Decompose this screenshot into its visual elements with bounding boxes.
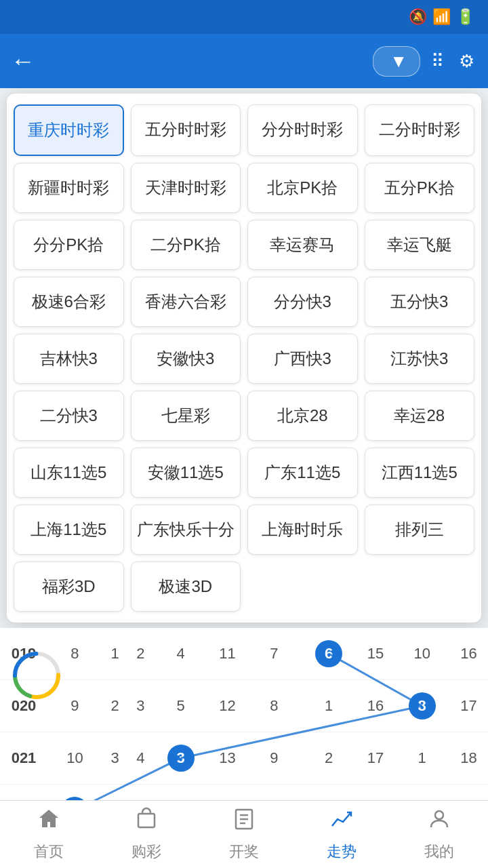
lottery-item-30[interactable]: 广东快乐十分 bbox=[131, 505, 241, 555]
helper-button[interactable]: ⚙ bbox=[459, 51, 477, 72]
nav-label-home: 首页 bbox=[34, 842, 64, 862]
cell-0-1: 1 bbox=[102, 628, 128, 680]
cell-2-0: 10 bbox=[47, 732, 102, 785]
lottery-item-7[interactable]: 北京PK拾 bbox=[247, 163, 358, 213]
lottery-selection-panel: 重庆时时彩五分时时彩分分时时彩二分时时彩新疆时时彩天津时时彩北京PK拾五分PK拾… bbox=[7, 94, 481, 623]
status-bar: 🔕 📶 🔋 bbox=[0, 0, 488, 34]
lottery-item-33[interactable]: 福彩3D bbox=[14, 561, 124, 612]
cell-0-2: 2 bbox=[128, 628, 154, 680]
cell-0-4: 11 bbox=[208, 628, 247, 680]
cell-0-9: 16 bbox=[449, 628, 488, 680]
back-button[interactable]: ← bbox=[11, 47, 35, 75]
nav-label-result: 开奖 bbox=[229, 842, 259, 862]
cell-1-7: 16 bbox=[357, 680, 395, 732]
lottery-item-13[interactable]: 极速6合彩 bbox=[14, 277, 124, 327]
highlighted-number: 3 bbox=[167, 745, 195, 772]
cell-2-1: 3 bbox=[102, 732, 128, 785]
cell-2-3: 3 bbox=[153, 732, 208, 785]
table-row: 02110343139217118 bbox=[0, 732, 488, 785]
lottery-item-29[interactable]: 上海11选5 bbox=[14, 505, 124, 555]
lottery-item-16[interactable]: 五分快3 bbox=[365, 277, 475, 327]
cell-1-9: 17 bbox=[449, 680, 488, 732]
lottery-item-8[interactable]: 五分PK拾 bbox=[365, 163, 475, 213]
cell-0-3: 4 bbox=[153, 628, 208, 680]
lottery-item-12[interactable]: 幸运飞艇 bbox=[365, 220, 475, 270]
lottery-item-14[interactable]: 香港六合彩 bbox=[131, 277, 241, 327]
lottery-item-2[interactable]: 五分时时彩 bbox=[131, 104, 241, 156]
lottery-item-27[interactable]: 广东11选5 bbox=[247, 448, 358, 498]
lottery-item-19[interactable]: 广西快3 bbox=[247, 334, 358, 384]
lottery-item-4[interactable]: 二分时时彩 bbox=[365, 104, 475, 156]
nav-item-result[interactable]: 开奖 bbox=[195, 801, 293, 868]
lottery-item-1[interactable]: 重庆时时彩 bbox=[14, 104, 124, 156]
nav-label-mine: 我的 bbox=[424, 842, 454, 862]
cell-0-5: 7 bbox=[247, 628, 302, 680]
lottery-item-10[interactable]: 二分PK拾 bbox=[131, 220, 241, 270]
lottery-item-17[interactable]: 吉林快3 bbox=[14, 334, 124, 384]
cell-2-6: 2 bbox=[302, 732, 357, 785]
status-icons: 🔕 📶 🔋 bbox=[409, 8, 474, 26]
lottery-grid: 重庆时时彩五分时时彩分分时时彩二分时时彩新疆时时彩天津时时彩北京PK拾五分PK拾… bbox=[14, 104, 474, 612]
battery-icon: 🔋 bbox=[456, 8, 474, 26]
nav-label-trend: 走势 bbox=[327, 842, 357, 862]
grid-icon: ⠿ bbox=[431, 51, 444, 72]
cell-1-2: 3 bbox=[128, 680, 154, 732]
lottery-item-32[interactable]: 排列三 bbox=[365, 505, 475, 555]
lottery-item-5[interactable]: 新疆时时彩 bbox=[14, 163, 124, 213]
lottery-item-28[interactable]: 江西11选5 bbox=[365, 448, 475, 498]
lottery-item-25[interactable]: 山东11选5 bbox=[14, 448, 124, 498]
cell-2-2: 4 bbox=[128, 732, 154, 785]
cell-1-3: 5 bbox=[153, 680, 208, 732]
nav-item-mine[interactable]: 我的 bbox=[390, 801, 488, 868]
cell-1-5: 8 bbox=[247, 680, 302, 732]
table-row: 0209235128116817 bbox=[0, 680, 488, 732]
bottom-navigation: 首页购彩开奖走势我的 bbox=[0, 800, 488, 868]
highlighted-number: 8 bbox=[409, 692, 436, 719]
lottery-item-24[interactable]: 幸运28 bbox=[365, 391, 475, 441]
lottery-item-22[interactable]: 七星彩 bbox=[131, 391, 241, 441]
lottery-item-21[interactable]: 二分快3 bbox=[14, 391, 124, 441]
trend-icon bbox=[329, 807, 354, 837]
cell-2-9: 18 bbox=[449, 732, 488, 785]
cell-1-1: 2 bbox=[102, 680, 128, 732]
progress-circle bbox=[9, 648, 64, 703]
highlighted-number: 6 bbox=[315, 640, 342, 667]
cell-1-4: 12 bbox=[208, 680, 247, 732]
cell-2-8: 1 bbox=[394, 732, 449, 785]
nav-item-home[interactable]: 首页 bbox=[0, 801, 98, 868]
svg-rect-9 bbox=[138, 814, 155, 827]
lottery-item-31[interactable]: 上海时时乐 bbox=[247, 505, 358, 555]
header: ← ▼ ⠿ ⚙ bbox=[0, 34, 488, 88]
cell-1-8: 8 bbox=[394, 680, 449, 732]
cell-2-4: 13 bbox=[208, 732, 247, 785]
lottery-item-11[interactable]: 幸运赛马 bbox=[247, 220, 358, 270]
cell-2-5: 9 bbox=[247, 732, 302, 785]
cell-0-8: 10 bbox=[394, 628, 449, 680]
lottery-item-18[interactable]: 安徽快3 bbox=[131, 334, 241, 384]
cell-2-7: 17 bbox=[357, 732, 395, 785]
nav-item-buy[interactable]: 购彩 bbox=[98, 801, 195, 868]
home-icon bbox=[37, 807, 61, 837]
mine-icon bbox=[427, 807, 451, 837]
chevron-down-icon: ▼ bbox=[390, 51, 407, 72]
lottery-item-6[interactable]: 天津时时彩 bbox=[131, 163, 241, 213]
nav-item-trend[interactable]: 走势 bbox=[293, 801, 390, 868]
lottery-item-23[interactable]: 北京28 bbox=[247, 391, 358, 441]
lottery-item-20[interactable]: 江苏快3 bbox=[365, 334, 475, 384]
muted-icon: 🔕 bbox=[409, 8, 427, 26]
table-row: 01981241176151016 bbox=[0, 628, 488, 680]
lottery-type-button[interactable]: ⠿ bbox=[431, 51, 448, 72]
trend-dropdown[interactable]: ▼ bbox=[373, 46, 420, 77]
svg-point-11 bbox=[435, 811, 443, 819]
buy-icon bbox=[134, 807, 159, 837]
lottery-item-34[interactable]: 极速3D bbox=[131, 561, 241, 612]
lottery-item-26[interactable]: 安徽11选5 bbox=[131, 448, 241, 498]
result-icon bbox=[232, 807, 256, 837]
lottery-item-15[interactable]: 分分快3 bbox=[247, 277, 358, 327]
lottery-item-3[interactable]: 分分时时彩 bbox=[247, 104, 358, 156]
cell-1-6: 1 bbox=[302, 680, 357, 732]
cell-0-6: 6 bbox=[302, 628, 357, 680]
nav-label-buy: 购彩 bbox=[131, 842, 161, 862]
lottery-item-9[interactable]: 分分PK拾 bbox=[14, 220, 124, 270]
gear-icon: ⚙ bbox=[459, 51, 474, 72]
